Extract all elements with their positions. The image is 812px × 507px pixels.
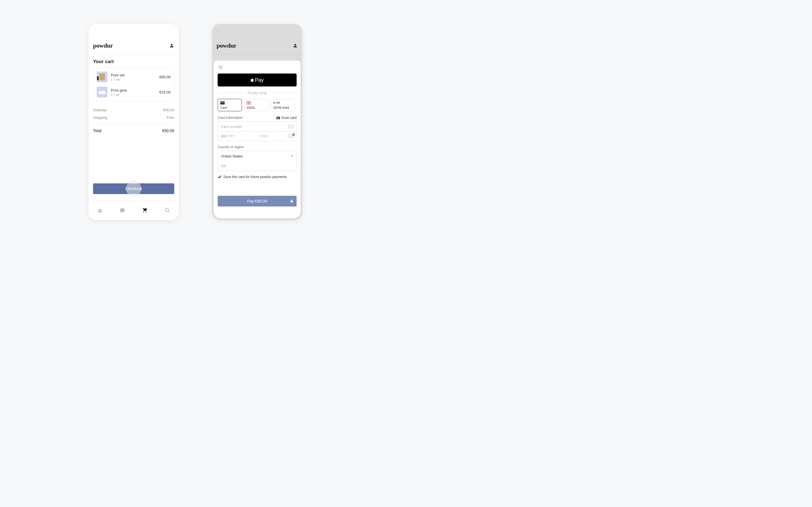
subtotal-row: Subtotal €90.00: [93, 106, 174, 114]
card-input-group: Card number MM / YY CVC: [218, 121, 297, 141]
chevron-down-icon: [290, 154, 294, 158]
cart-screen: powdur Your cart Pure set 1 × set €65.00…: [89, 24, 179, 220]
brand-logo: powdur: [93, 42, 113, 49]
cart-list: Pure set 1 × set €65.00 Pure glow 1 × ja…: [93, 68, 174, 101]
item-price: €25.00: [159, 90, 170, 94]
shipping-value: Free: [167, 115, 174, 120]
card-brand-icons: [288, 124, 294, 128]
header: powdur: [212, 24, 302, 54]
method-card[interactable]: Card: [218, 99, 242, 111]
lock-icon: [290, 199, 293, 203]
ideal-icon: iD: [247, 101, 266, 105]
checkmark-icon: [218, 175, 221, 179]
card-number-input[interactable]: Card number: [218, 122, 296, 131]
total-row: Total €90.00: [93, 124, 174, 135]
shipping-row: Shipping Free: [93, 114, 174, 121]
camera-icon: [276, 116, 280, 119]
method-ideal[interactable]: iD iDEAL: [244, 99, 268, 111]
apple-pay-label: Pay: [255, 77, 264, 83]
item-name: Pure set: [111, 73, 159, 77]
card-icon: [220, 101, 239, 105]
total-value: €90.00: [162, 128, 174, 133]
item-price: €65.00: [159, 75, 170, 79]
expiry-input[interactable]: MM / YY: [218, 131, 257, 141]
product-thumb: [97, 71, 107, 82]
brand-logo: powdur: [216, 42, 236, 49]
zip-input[interactable]: ZIP: [218, 161, 296, 171]
store-tab-icon[interactable]: [97, 207, 103, 214]
payment-sheet: ✕ Pay Or pay using Card iD iDEAL S€PA SE…: [214, 61, 301, 218]
item-qty: 1 × jar: [111, 93, 159, 96]
flow-arrow: [150, 212, 209, 213]
item-name: Pure glow: [111, 88, 159, 93]
subtotal-label: Subtotal: [93, 108, 107, 112]
country-select[interactable]: United States: [218, 151, 296, 161]
cart-item: Pure glow 1 × jar €25.00: [97, 84, 170, 100]
payment-methods: Card iD iDEAL S€PA SEPA Debit B: [218, 99, 297, 111]
card-info-label: Card information: [218, 116, 243, 120]
apple-pay-button[interactable]: Pay: [218, 73, 297, 87]
sepa-icon: S€PA: [273, 101, 292, 105]
cart-tab-icon[interactable]: [142, 207, 148, 214]
header: powdur: [89, 24, 179, 54]
cvc-input[interactable]: CVC: [257, 131, 297, 141]
product-thumb: [97, 87, 107, 98]
cart-content: Your cart Pure set 1 × set €65.00 Pure g…: [89, 54, 179, 139]
svg-point-0: [165, 208, 168, 211]
user-icon[interactable]: [293, 43, 298, 48]
country-label: Country or region: [218, 145, 297, 149]
country-input-group: United States ZIP: [218, 151, 297, 171]
user-icon[interactable]: [169, 43, 174, 48]
subtotal-value: €90.00: [163, 108, 174, 112]
cvc-hint-icon: [287, 134, 294, 138]
chat-tab-icon[interactable]: [119, 207, 125, 214]
pay-button[interactable]: Pay €90.00: [218, 196, 297, 207]
cart-item: Pure set 1 × set €65.00: [97, 69, 170, 84]
cart-title: Your cart: [93, 59, 174, 64]
shipping-label: Shipping: [93, 115, 107, 120]
item-qty: 1 × set: [111, 78, 159, 81]
payment-screen: powdur ✕ Pay Or pay using Card iD iDEAL …: [212, 24, 302, 220]
save-card-checkbox[interactable]: Save this card for future powdur payment…: [218, 175, 297, 179]
scan-card-button[interactable]: Scan card: [276, 116, 297, 120]
apple-icon: [251, 78, 255, 82]
checkout-button[interactable]: Checkout: [93, 183, 174, 194]
card-info-label-row: Card information Scan card: [218, 116, 297, 120]
divider: Or pay using: [218, 91, 297, 95]
close-button[interactable]: ✕: [218, 64, 223, 70]
tab-bar: [89, 200, 179, 220]
total-label: Total: [93, 128, 101, 133]
method-sepa[interactable]: S€PA SEPA Debit: [271, 99, 295, 111]
